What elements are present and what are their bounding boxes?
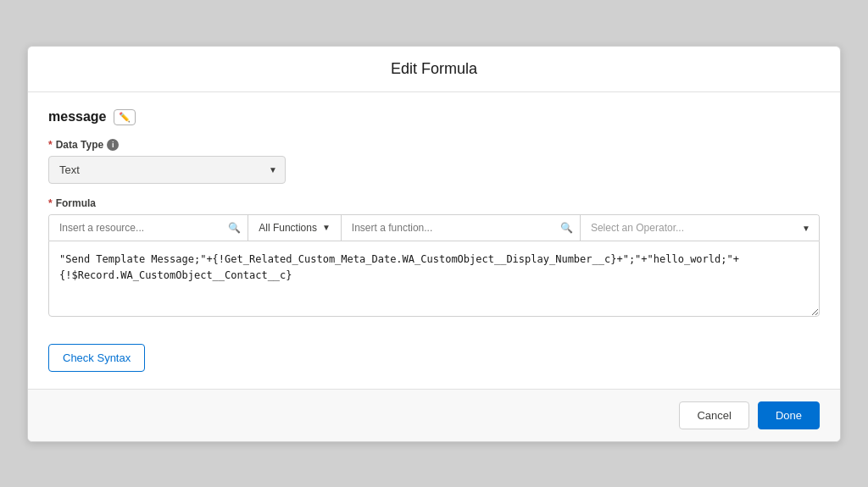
data-type-select[interactable]: Text: [48, 156, 286, 184]
data-type-label: * Data Type i: [48, 139, 820, 151]
dialog-footer: Cancel Done: [28, 389, 840, 441]
check-syntax-button[interactable]: Check Syntax: [48, 344, 145, 372]
formula-toolbar: 🔍 All Functions ▼ 🔍: [48, 214, 820, 241]
required-star: *: [48, 139, 53, 151]
data-type-group: * Data Type i Text ▼: [48, 139, 820, 184]
field-name-label: message: [48, 109, 107, 125]
operator-select-wrapper: Select an Operator... ▼: [581, 215, 819, 241]
dialog-overlay: Edit Formula message ✏️ * Data Type i: [0, 0, 868, 487]
function-search-input[interactable]: [342, 215, 580, 241]
edit-icon: ✏️: [119, 112, 131, 123]
operator-select[interactable]: Select an Operator...: [581, 215, 819, 241]
formula-group: * Formula 🔍 All Functions ▼: [48, 197, 820, 320]
data-type-info-icon[interactable]: i: [107, 139, 119, 151]
all-functions-dropdown[interactable]: All Functions ▼: [248, 215, 342, 241]
dialog-body: message ✏️ * Data Type i Text ▼: [28, 92, 840, 389]
data-type-select-wrapper: Text ▼: [48, 156, 286, 184]
dialog-header: Edit Formula: [28, 47, 840, 92]
all-functions-label: All Functions: [259, 222, 317, 234]
formula-label: * Formula: [48, 197, 820, 209]
done-button[interactable]: Done: [758, 401, 820, 429]
formula-textarea[interactable]: "Send Template Message;"+{!Get_Related_C…: [48, 241, 820, 317]
dialog-title: Edit Formula: [48, 60, 820, 78]
resource-search-input[interactable]: [49, 215, 248, 241]
all-functions-chevron-icon: ▼: [322, 223, 331, 232]
resource-search-wrapper: 🔍: [49, 215, 248, 241]
function-search-wrapper: 🔍: [342, 215, 581, 241]
edit-formula-dialog: Edit Formula message ✏️ * Data Type i: [27, 46, 841, 442]
edit-field-name-button[interactable]: ✏️: [114, 109, 136, 125]
field-name-row: message ✏️: [48, 109, 820, 125]
cancel-button[interactable]: Cancel: [679, 401, 748, 429]
formula-required-star: *: [48, 197, 53, 209]
